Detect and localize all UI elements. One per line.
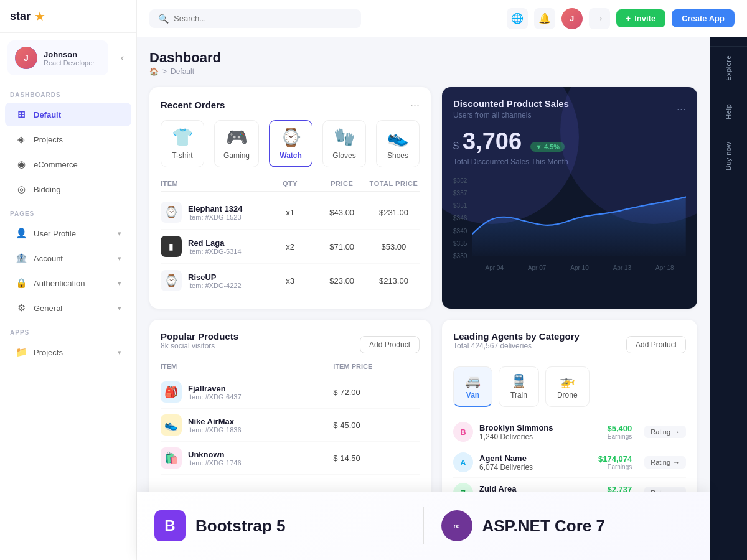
tab-train[interactable]: 🚆 Train <box>499 366 539 407</box>
ecommerce-icon: ◉ <box>15 158 27 170</box>
arrow-right-icon: → <box>673 459 680 466</box>
notification-icon[interactable]: 🔔 <box>534 8 555 29</box>
discounted-title: Discounted Product Sales <box>453 98 569 109</box>
product-row: 👟 Nike AirMax Item: #XDG-1836 $ 45.00 <box>161 409 420 442</box>
tab-drone[interactable]: 🚁 Drone <box>545 366 590 407</box>
product-sku: Item: #XDG-6437 <box>188 393 242 401</box>
sidebar-item-projects-app[interactable]: 📁 Projects ▾ <box>5 340 131 364</box>
col-item: ITEM <box>161 363 333 370</box>
category-tabs: 🚐 Van 🚆 Train 🚁 Drone <box>453 366 686 407</box>
product-image: 👟 <box>161 414 182 436</box>
arrow-icon[interactable]: → <box>589 8 610 29</box>
tab-shoes-label: Shoes <box>387 151 408 160</box>
product-price: $ 14.50 <box>333 454 420 463</box>
col-price: PRICE <box>316 180 368 187</box>
popular-products-header: Popular Products 8k social visitors Add … <box>161 331 420 358</box>
agent-avatar: B <box>453 422 473 442</box>
topbar-right: 🌐 🔔 J → + Invite Create App <box>507 8 735 29</box>
sidebar-item-account[interactable]: 🏦 Account ▾ <box>5 246 131 270</box>
tab-watch[interactable]: ⌚ Watch <box>269 120 312 167</box>
theme-icon[interactable]: 🌐 <box>507 8 528 29</box>
add-product-button[interactable]: Add Product <box>360 336 420 353</box>
aspnet-icon: re <box>441 510 472 541</box>
bootstrap-section: B Bootstrap 5 <box>137 498 423 554</box>
sidebar-item-user-profile[interactable]: 👤 User Profile ▾ <box>5 222 131 245</box>
sidebar-item-authentication[interactable]: 🔒 Authentication ▾ <box>5 271 131 295</box>
sidebar-item-ecommerce[interactable]: ◉ eCommerce <box>5 152 131 176</box>
rating-button[interactable]: Rating → <box>644 426 686 438</box>
search-input[interactable] <box>174 14 352 23</box>
popular-table-header: ITEM ITEM PRICE <box>161 360 420 373</box>
product-image: 🎒 <box>161 381 182 403</box>
create-app-button[interactable]: Create App <box>672 9 735 27</box>
orders-table-header: ITEM QTY PRICE TOTAL PRICE <box>161 176 420 192</box>
sidebar-item-label: Projects <box>34 135 63 144</box>
item-image: ⌚ <box>161 202 182 223</box>
table-row: ▮ Red Laga Item: #XDG-5314 x2 $71.00 $53… <box>161 230 420 264</box>
tab-gaming[interactable]: 🎮 Gaming <box>214 120 259 167</box>
sidebar-item-label: Default <box>34 110 61 119</box>
sidebar-item-label: Account <box>34 254 63 263</box>
tab-shoes[interactable]: 👟 Shoes <box>376 120 420 167</box>
user-name: Johnson <box>44 50 95 59</box>
earnings-label: Earnings <box>598 464 632 470</box>
sales-chart <box>472 175 686 262</box>
sidebar-user: J Johnson React Developer <box>7 40 108 75</box>
search-container[interactable]: 🔍 <box>149 9 361 28</box>
agent-earnings: $174,074 <box>598 454 632 464</box>
product-image: 🛍️ <box>161 447 182 469</box>
chevron-down-icon: ▾ <box>118 279 121 287</box>
sidebar-collapse-button[interactable]: ‹ <box>111 45 134 71</box>
col-item-price: ITEM PRICE <box>333 363 420 370</box>
agent-name: Agent Name <box>479 454 592 463</box>
col-item: ITEM <box>161 180 264 187</box>
item-price: $43.00 <box>316 208 368 217</box>
tab-van[interactable]: 🚐 Van <box>453 366 492 407</box>
item-total: $213.00 <box>368 276 420 286</box>
chevron-down-icon: ▾ <box>118 304 121 312</box>
explore-section[interactable]: Explore <box>710 46 747 90</box>
item-name: RiseUP <box>188 273 242 282</box>
drone-icon: 🚁 <box>560 373 575 388</box>
sidebar-item-default[interactable]: ⊞ Default <box>5 103 131 126</box>
invite-button[interactable]: + Invite <box>616 9 666 27</box>
sidebar-item-label: Bidding <box>34 185 60 194</box>
tab-tshirt[interactable]: 👕 T-shirt <box>161 120 204 167</box>
agent-name: Brooklyn Simmons <box>479 423 601 432</box>
more-options-icon[interactable]: ··· <box>410 98 420 111</box>
chart-container: $362$357$351$346$340$335$330 <box>453 175 686 271</box>
tab-train-label: Train <box>510 391 527 399</box>
tshirt-icon: 👕 <box>172 127 194 147</box>
sidebar-item-label: eCommerce <box>34 160 78 169</box>
item-info: 🎒 Fjallraven Item: #XDG-6437 <box>161 381 333 403</box>
bidding-icon: ◎ <box>15 183 27 195</box>
item-sku: Item: #XDG-1523 <box>188 213 242 221</box>
sidebar-item-label: Authentication <box>34 279 85 288</box>
topbar-avatar[interactable]: J <box>561 8 583 29</box>
sidebar-item-label: Projects <box>34 348 63 357</box>
general-icon: ⚙ <box>15 302 27 314</box>
product-sku: Item: #XDG-1836 <box>188 426 242 434</box>
buy-now-section[interactable]: Buy now <box>710 133 747 179</box>
sidebar-item-bidding[interactable]: ◎ Bidding <box>5 177 131 201</box>
agents-add-product-button[interactable]: Add Product <box>626 336 686 353</box>
sidebar: star ★ J Johnson React Developer ‹ DASHB… <box>0 0 137 560</box>
aspnet-section: re ASP.NET Core 7 <box>424 498 710 554</box>
sales-badge: ▼ 4.5% <box>530 142 565 152</box>
agent-deliveries: 1,240 Deliveries <box>479 432 601 441</box>
tab-gloves[interactable]: 🧤 Gloves <box>322 120 366 167</box>
sales-amount: 3,706 <box>463 128 522 155</box>
rating-button[interactable]: Rating → <box>644 456 686 469</box>
gaming-icon: 🎮 <box>226 127 248 147</box>
popular-subtitle: 8k social visitors <box>161 342 238 350</box>
help-section[interactable]: Help <box>710 95 747 128</box>
tab-drone-label: Drone <box>557 391 578 399</box>
item-info: 👟 Nike AirMax Item: #XDG-1836 <box>161 414 333 436</box>
sidebar-item-projects[interactable]: ◈ Projects <box>5 128 131 151</box>
product-name: Nike AirMax <box>188 417 242 426</box>
folder-icon: 📁 <box>15 346 27 358</box>
dollar-sign: $ <box>453 141 459 152</box>
help-label: Help <box>725 104 732 119</box>
sidebar-item-label: User Profile <box>34 229 76 238</box>
sidebar-item-general[interactable]: ⚙ General ▾ <box>5 296 131 320</box>
